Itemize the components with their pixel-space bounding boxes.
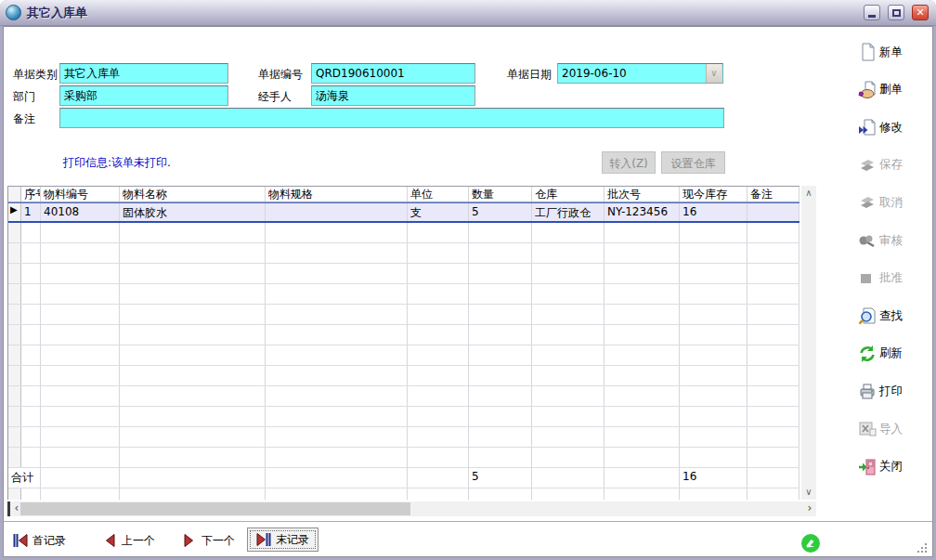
empty-table-row[interactable] [8,448,800,468]
table-cell [21,305,41,324]
table-cell[interactable]: 工厂行政仓 [532,203,604,221]
horizontal-scrollbar[interactable]: ‹ › [7,501,816,516]
empty-table-row[interactable] [8,427,800,448]
maximize-button[interactable] [888,5,904,20]
hscrollbar-thumb[interactable] [20,502,410,515]
sidebar-button-print[interactable]: 打印 [858,378,932,404]
department-field[interactable] [59,85,228,106]
table-cell [680,488,748,500]
scroll-right-icon[interactable]: › [803,501,816,516]
table-cell[interactable]: 5 [469,203,532,221]
chevron-down-icon[interactable]: ∨ [706,64,722,83]
sidebar-button-label: 关闭 [879,459,903,475]
table-cell [266,284,408,304]
table-cell [408,448,469,467]
sidebar-button-find[interactable]: 查找 [858,303,932,329]
table-cell [120,284,266,304]
minimize-button[interactable] [864,5,880,20]
doc-date-input[interactable] [558,64,706,83]
close-button[interactable]: ✕ [912,5,929,20]
doc-type-field[interactable] [59,63,228,84]
table-cell [748,448,800,467]
table-cell [21,264,41,283]
app-window: 其它入库单 ✕ 单据类别 单据编号 单据日期 ∨ 部门 经手人 备注 打印信息:… [0,0,936,560]
empty-table-row[interactable] [8,223,800,243]
next-record-button[interactable]: 下一个 [182,531,235,550]
row-selector [8,325,21,345]
empty-table-row[interactable] [8,243,800,264]
empty-table-row[interactable] [8,305,800,325]
empty-table-row[interactable] [8,345,800,366]
table-cell [680,345,748,365]
resize-grip[interactable] [916,541,929,554]
empty-table-row[interactable] [8,264,800,284]
table-cell[interactable]: 支 [408,203,469,221]
table-cell[interactable]: 16 [680,203,748,221]
items-table: 序号物料编号物料名称物料规格单位数量仓库批次号现今库存备注▶140108固体胶水… [7,186,800,500]
column-header: 仓库 [532,187,604,202]
sidebar-button-label: 新单 [879,45,903,60]
sidebar-button-modify[interactable]: 修改 [858,114,932,140]
sidebar-button-new[interactable]: 新单 [858,39,932,65]
doc-no-field[interactable] [311,63,475,84]
total-cell [120,468,266,488]
empty-table-row[interactable] [8,284,800,305]
row-selector [8,448,21,467]
sidebar-button-refresh[interactable]: 刷新 [858,341,932,367]
table-cell [266,243,408,263]
table-cell [532,325,604,345]
table-cell [469,427,532,447]
handler-field[interactable] [311,85,475,106]
table-cell [748,488,800,500]
table-row[interactable]: ▶140108固体胶水支5工厂行政仓NY-12345616 [8,202,800,223]
vertical-scrollbar[interactable]: ∧ ∨ [801,186,816,500]
table-cell[interactable] [748,203,800,221]
table-cell [469,284,532,304]
table-cell [748,284,800,304]
table-cell [680,284,748,304]
handler-label: 经手人 [258,89,292,105]
sidebar-button-label: 删单 [879,82,903,98]
table-cell [120,223,266,242]
column-header: 现今库存 [680,187,748,202]
empty-table-row[interactable] [8,325,800,345]
table-cell [41,223,120,242]
table-cell [604,407,680,426]
table-cell[interactable]: 1 [21,203,41,221]
table-cell [41,427,120,447]
row-selector [8,407,21,426]
empty-table-row[interactable] [8,366,800,386]
scroll-down-icon[interactable]: ∨ [801,485,816,500]
table-cell [680,243,748,263]
table-cell[interactable]: 固体胶水 [120,203,266,221]
table-cell [469,223,532,242]
remark-label: 备注 [13,111,35,127]
doc-type-label: 单据类别 [13,67,58,83]
first-record-label: 首记录 [32,533,66,549]
scroll-up-icon[interactable]: ∧ [801,186,816,201]
remark-field[interactable] [59,108,724,128]
table-cell [21,386,41,406]
table-cell [680,223,748,242]
table-cell [604,345,680,365]
previous-record-button[interactable]: 上一个 [102,531,155,550]
table-cell[interactable] [266,203,408,221]
last-record-button[interactable]: 末记录 [247,527,318,552]
titlebar[interactable]: 其它入库单 ✕ [0,0,936,26]
table-cell [748,366,800,385]
table-cell[interactable]: NY-123456 [604,203,680,221]
empty-table-row[interactable] [8,386,800,407]
empty-table-row [8,488,800,500]
doc-date-label: 单据日期 [507,67,552,83]
first-record-button[interactable]: 首记录 [13,531,66,550]
table-cell [41,366,120,385]
sidebar-button-delete[interactable]: 删单 [858,77,932,103]
doc-date-field[interactable]: ∨ [557,63,723,84]
row-selector[interactable]: ▶ [8,203,21,221]
sidebar-button-close[interactable]: 关闭 [858,454,932,480]
table-cell[interactable]: 40108 [41,203,120,221]
status-green-icon [800,533,821,553]
empty-table-row[interactable] [8,407,800,427]
print-icon [858,382,877,400]
table-cell [266,366,408,385]
